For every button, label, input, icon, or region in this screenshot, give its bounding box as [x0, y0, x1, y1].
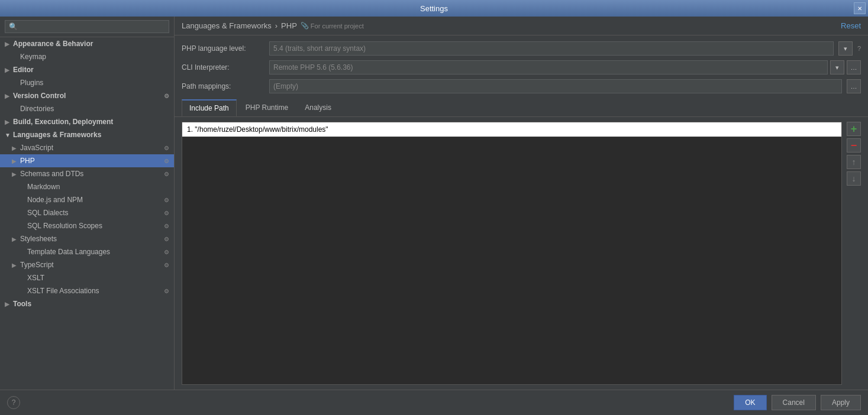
sidebar-item-sql-resolution[interactable]: SQL Resolution Scopes ⚙ [0, 219, 174, 232]
include-path-panel: 1. "/home/ruzel/Desktop/www/bitrix/modul… [175, 117, 868, 390]
move-down-button[interactable]: ↓ [847, 171, 861, 186]
sidebar-item-version-control[interactable]: ▶ Version Control ⚙ [0, 89, 174, 102]
sidebar-item-markdown[interactable]: Markdown [0, 180, 174, 193]
right-panel: Languages & Frameworks › PHP 📎 For curre… [175, 17, 868, 390]
sidebar-item-label: SQL Resolution Scopes [27, 222, 102, 230]
path-mappings-edit[interactable]: … [847, 79, 861, 93]
bottom-right: OK Cancel Apply [734, 395, 861, 410]
help-icon[interactable]: ? [857, 45, 861, 52]
bottom-bar: ? OK Cancel Apply [0, 390, 868, 415]
sidebar-item-label: Plugins [20, 79, 43, 87]
sidebar-item-schemas[interactable]: ▶ Schemas and DTDs ⚙ [0, 167, 174, 180]
sidebar-item-label: JavaScript [20, 144, 53, 152]
settings-icon: ⚙ [164, 158, 169, 164]
cancel-button[interactable]: Cancel [772, 395, 816, 410]
sidebar-item-stylesheets[interactable]: ▶ Stylesheets ⚙ [0, 232, 174, 245]
sidebar-item-label: Appearance & Behavior [13, 40, 93, 48]
path-mappings-value: (Empty) [269, 79, 842, 93]
settings-icon: ⚙ [164, 93, 169, 99]
sidebar-item-directories[interactable]: Directories [0, 102, 174, 115]
sidebar-item-xslt-assoc[interactable]: XSLT File Associations ⚙ [0, 284, 174, 297]
path-value: "/home/ruzel/Desktop/www/bitrix/modules" [195, 125, 328, 134]
sidebar-item-typescript[interactable]: ▶ TypeScript ⚙ [0, 258, 174, 271]
sidebar-item-label: XSLT File Associations [27, 287, 99, 295]
arrow-icon: ▶ [5, 41, 11, 47]
breadcrumb-separator: › [275, 21, 277, 30]
main-container: ▶ Appearance & Behavior Keymap ▶ Editor … [0, 17, 868, 415]
path-mappings-label: Path mappings: [182, 82, 264, 90]
project-tag: 📎 For current project [301, 22, 364, 30]
sidebar-item-label: Tools [13, 300, 31, 308]
language-level-row: PHP language level: 5.4 (traits, short a… [182, 41, 861, 56]
sidebar-item-build[interactable]: ▶ Build, Execution, Deployment [0, 115, 174, 128]
sidebar-item-label: Version Control [13, 92, 66, 100]
settings-icon: ⚙ [164, 171, 169, 177]
sidebar-item-label: XSLT [27, 274, 44, 282]
list-item[interactable]: 1. "/home/ruzel/Desktop/www/bitrix/modul… [182, 122, 841, 137]
move-up-button[interactable]: ↑ [847, 155, 861, 169]
sidebar-item-label: PHP [20, 157, 35, 165]
sidebar-item-editor[interactable]: ▶ Editor [0, 63, 174, 76]
sidebar-item-keymap[interactable]: Keymap [0, 50, 174, 63]
cli-interpreter-label: CLI Interpreter: [182, 63, 264, 72]
cli-interpreter-wrap: Remote PHP 5.6 (5.6.36) ▾ … [269, 60, 861, 74]
arrow-icon: ▶ [5, 67, 11, 73]
settings-icon: ⚙ [164, 145, 169, 151]
sidebar-item-label: Languages & Frameworks [13, 131, 101, 139]
sidebar-item-tools[interactable]: ▶ Tools [0, 297, 174, 310]
cli-interpreter-dropdown[interactable]: ▾ [830, 60, 844, 74]
settings-icon: ⚙ [164, 262, 169, 268]
reset-button[interactable]: Reset [841, 21, 861, 30]
language-level-label: PHP language level: [182, 44, 264, 53]
content-area: ▶ Appearance & Behavior Keymap ▶ Editor … [0, 17, 868, 390]
path-index: 1. [187, 125, 193, 134]
sidebar-item-label: Schemas and DTDs [20, 170, 83, 178]
arrow-icon: ▶ [12, 262, 18, 268]
project-icon: 📎 [301, 22, 309, 30]
help-button[interactable]: ? [7, 396, 20, 409]
sidebar-item-sql-dialects[interactable]: SQL Dialects ⚙ [0, 206, 174, 219]
sidebar-item-nodejs[interactable]: Node.js and NPM ⚙ [0, 193, 174, 206]
cli-interpreter-edit[interactable]: … [847, 60, 861, 74]
window-title: Settings [420, 4, 448, 13]
language-level-dropdown[interactable]: ▾ [838, 41, 853, 56]
sidebar-item-label: Build, Execution, Deployment [13, 118, 113, 126]
cli-interpreter-row: CLI Interpreter: Remote PHP 5.6 (5.6.36)… [182, 60, 861, 74]
close-button[interactable]: ✕ [854, 2, 866, 14]
sidebar-item-label: Node.js and NPM [27, 196, 83, 204]
sidebar-item-javascript[interactable]: ▶ JavaScript ⚙ [0, 141, 174, 154]
path-buttons: + − ↑ ↓ [847, 122, 861, 385]
settings-icon: ⚙ [164, 236, 169, 242]
path-list: 1. "/home/ruzel/Desktop/www/bitrix/modul… [182, 122, 842, 385]
sidebar-item-xslt[interactable]: XSLT [0, 271, 174, 284]
settings-icon: ⚙ [164, 223, 169, 229]
settings-icon: ⚙ [164, 210, 169, 216]
arrow-icon: ▶ [12, 145, 18, 151]
sidebar-item-label: Directories [20, 105, 54, 113]
search-input[interactable] [5, 20, 169, 33]
arrow-icon: ▶ [12, 171, 18, 177]
arrow-icon: ▼ [5, 132, 11, 138]
sidebar-item-template[interactable]: Template Data Languages ⚙ [0, 245, 174, 258]
language-level-value: 5.4 (traits, short array syntax) [269, 41, 834, 56]
apply-button[interactable]: Apply [821, 395, 861, 410]
sidebar-item-php[interactable]: ▶ PHP ⚙ [0, 154, 174, 167]
tab-include-path[interactable]: Include Path [182, 99, 237, 116]
tab-analysis[interactable]: Analysis [297, 99, 339, 116]
remove-path-button[interactable]: − [847, 138, 861, 153]
arrow-icon: ▶ [5, 93, 11, 99]
sidebar-item-appearance[interactable]: ▶ Appearance & Behavior [0, 37, 174, 50]
sidebar-item-label: Template Data Languages [27, 248, 110, 256]
title-bar: Settings ✕ [0, 0, 868, 17]
add-path-button[interactable]: + [847, 122, 861, 136]
sidebar-item-label: Stylesheets [20, 235, 57, 243]
panel-header: Languages & Frameworks › PHP 📎 For curre… [175, 17, 868, 35]
sidebar-item-label: SQL Dialects [27, 209, 69, 217]
sidebar-item-languages[interactable]: ▼ Languages & Frameworks [0, 128, 174, 141]
ok-button[interactable]: OK [734, 395, 766, 410]
tab-php-runtime[interactable]: PHP Runtime [238, 99, 296, 116]
sidebar-item-plugins[interactable]: Plugins [0, 76, 174, 89]
settings-icon: ⚙ [164, 197, 169, 203]
tabs-container: Include Path PHP Runtime Analysis [175, 99, 868, 117]
settings-icon: ⚙ [164, 288, 169, 294]
